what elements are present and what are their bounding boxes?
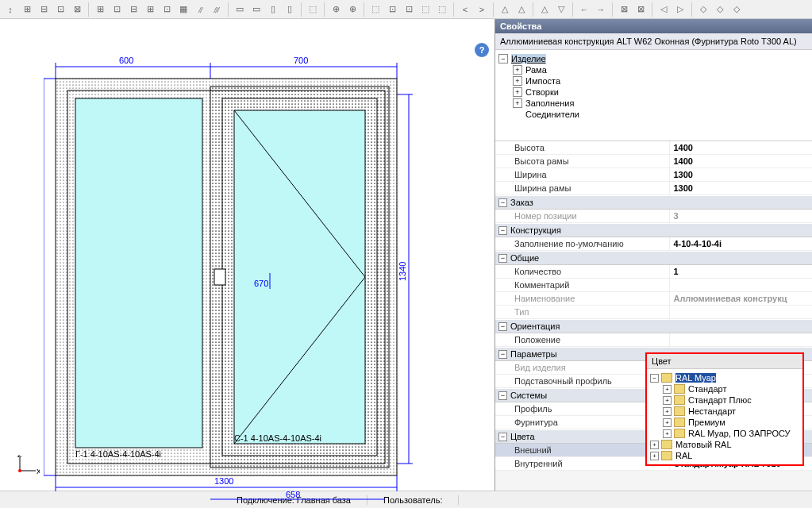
tree-root[interactable]: −Изделие [498, 53, 809, 64]
panel-title: Свойства [495, 19, 812, 33]
tool-btn[interactable]: ◇ [729, 2, 744, 17]
help-icon[interactable]: ? [475, 43, 489, 57]
section-orientation[interactable]: −Ориентация [495, 319, 812, 333]
main-toolbar: ↕ ⊞ ⊟ ⊡ ⊠ ⊞ ⊡ ⊟ ⊞ ⊡ ▦ ⫽ ⫻ ▭ ▭ ▯ ▯ ⬚ ⊕ ⊕ … [0, 0, 812, 19]
tool-btn[interactable]: ◁ [656, 2, 671, 17]
dim-bottom: 1300 [214, 476, 233, 486]
pane-label-left: Г-1 4-10AS-4-10AS-4i [75, 449, 161, 459]
tool-btn[interactable]: ▷ [673, 2, 687, 17]
color-item[interactable]: +RAL Муар, ПО ЗАПРОСУ [650, 428, 799, 439]
section-construction[interactable]: −Конструкция [495, 223, 812, 237]
tool-btn[interactable]: ▭ [233, 2, 247, 17]
tool-btn[interactable]: ⊞ [143, 2, 157, 17]
dim-right: 1340 [398, 262, 407, 281]
tree-item[interactable]: +Импоста [498, 75, 809, 87]
tool-btn[interactable]: ▭ [249, 2, 264, 17]
svg-rect-17 [234, 110, 365, 444]
tool-btn[interactable]: ↕ [3, 2, 17, 17]
tree-item[interactable]: +Створки [498, 87, 809, 98]
color-root[interactable]: −RAL Муар [650, 372, 799, 383]
color-sibling[interactable]: +RAL [650, 450, 799, 461]
tool-btn[interactable]: ⫽ [193, 2, 207, 17]
color-item[interactable]: +Премиум [650, 417, 799, 428]
svg-point-30 [18, 469, 21, 472]
color-picker-popup[interactable]: Цвет −RAL Муар +Стандарт +Стандарт Плюс … [645, 352, 804, 466]
tool-btn[interactable]: ⊕ [345, 2, 360, 17]
tool-btn[interactable]: ⫻ [210, 2, 224, 17]
svg-text:x: x [37, 466, 40, 475]
tool-btn[interactable]: ⊠ [617, 2, 631, 17]
color-item[interactable]: +Нестандарт [650, 406, 799, 417]
popup-title: Цвет [647, 354, 802, 369]
tool-btn[interactable]: ⊟ [37, 2, 51, 17]
tool-btn[interactable]: ▽ [554, 2, 568, 17]
tree-item[interactable]: +Рама [498, 64, 809, 75]
tool-btn[interactable]: ▯ [266, 2, 280, 17]
section-order[interactable]: −Заказ [495, 195, 812, 210]
color-item[interactable]: +Стандарт [650, 383, 799, 394]
dim-bottom2: 658 [286, 490, 300, 499]
tool-btn[interactable]: ⊡ [53, 2, 67, 17]
product-tree[interactable]: −Изделие +Рама +Импоста +Створки +Заполн… [495, 50, 812, 141]
axis-icon: x z [16, 455, 40, 479]
dim-top-left: 600 [119, 56, 133, 65]
window-drawing: 600 700 1400 1340 670 [44, 43, 472, 503]
tool-btn[interactable]: ⊕ [329, 2, 343, 17]
tool-btn[interactable]: △ [514, 2, 529, 17]
tool-btn[interactable]: ⊡ [402, 2, 416, 17]
prev-btn[interactable]: < [458, 2, 472, 17]
tool-btn[interactable]: △ [537, 2, 552, 17]
tool-btn[interactable]: ▯ [283, 2, 297, 17]
tree-item[interactable]: +Заполнения [498, 98, 809, 109]
panel-description: Аллюминиевая конструкция ALT W62 Оконная… [495, 33, 812, 50]
tool-btn[interactable]: ⬚ [368, 2, 383, 17]
left-arrow-icon[interactable]: ← [577, 2, 591, 17]
tool-btn[interactable]: ⊞ [20, 2, 34, 17]
tool-btn[interactable]: ⬚ [306, 2, 320, 17]
section-common[interactable]: −Общие [495, 251, 812, 265]
next-btn[interactable]: > [475, 2, 489, 17]
tool-btn[interactable]: ⊡ [385, 2, 399, 17]
tool-btn[interactable]: ⬚ [435, 2, 449, 17]
dim-handle: 670 [254, 279, 268, 288]
tool-btn[interactable]: ⊡ [160, 2, 174, 17]
color-item[interactable]: +Стандарт Плюс [650, 394, 799, 406]
right-arrow-icon[interactable]: → [594, 2, 608, 17]
svg-text:z: z [17, 455, 22, 459]
tool-btn[interactable]: ◇ [696, 2, 710, 17]
tool-btn[interactable]: ⊡ [110, 2, 124, 17]
tool-btn[interactable]: ⊟ [126, 2, 140, 17]
drawing-canvas[interactable]: ? 600 700 1400 1340 [0, 19, 495, 491]
svg-rect-20 [214, 269, 225, 285]
tool-btn[interactable]: ⊠ [70, 2, 84, 17]
tool-btn[interactable]: ⊠ [633, 2, 648, 17]
tree-item[interactable]: Соединители [498, 109, 809, 120]
tool-btn[interactable]: ▦ [176, 2, 190, 17]
tool-btn[interactable]: ⬚ [418, 2, 433, 17]
pane-label-right: С-1 4-10AS-4-10AS-4i [234, 433, 321, 443]
tool-btn[interactable]: △ [498, 2, 512, 17]
dim-top-right: 700 [294, 56, 308, 65]
tool-btn[interactable]: ◇ [713, 2, 727, 17]
svg-rect-14 [75, 98, 202, 448]
color-sibling[interactable]: +Матовый RAL [650, 439, 799, 450]
tool-btn[interactable]: ⊞ [93, 2, 107, 17]
